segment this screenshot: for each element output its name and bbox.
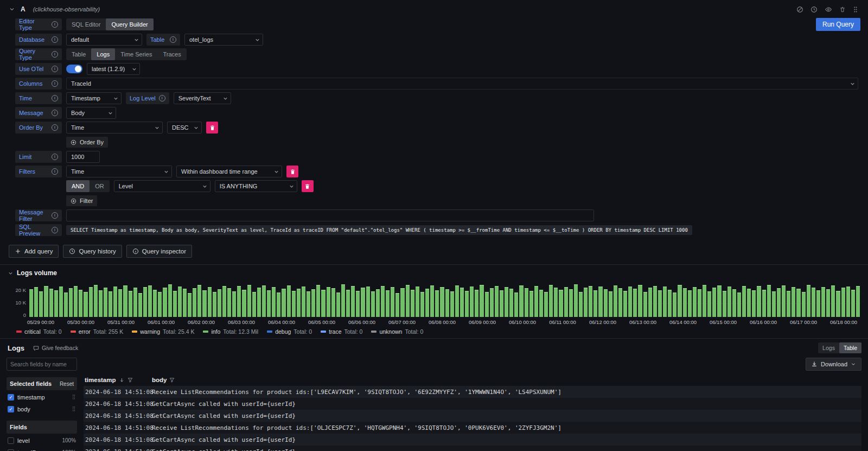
table-select[interactable]: otel_logs [184,34,263,46]
info-icon[interactable]: i [159,95,165,101]
selected-field-timestamp[interactable]: ✓timestamp [7,392,77,402]
query-history-button[interactable]: Query history [63,245,122,258]
database-select[interactable]: default [66,34,142,46]
filter-icon[interactable] [169,377,175,383]
info-icon[interactable]: i [170,36,176,43]
hide-response-icon[interactable] [825,6,832,13]
use-otel-toggle[interactable] [66,65,82,73]
drag-handle-icon[interactable] [72,394,76,400]
volume-bar [772,291,776,317]
sort-desc-icon[interactable] [119,377,125,383]
volume-bar [752,290,756,317]
info-icon[interactable]: i [52,168,58,175]
disable-query-icon[interactable] [796,6,803,13]
query-inspector-button[interactable]: Query inspector [126,245,192,258]
query-type-tabs-option-time-series[interactable]: Time Series [115,48,157,60]
available-field-level[interactable]: level100% [7,435,77,446]
available-field-traceID[interactable]: traceID100% [7,447,77,451]
legend-item-debug[interactable]: debugTotal: 0 [267,328,312,335]
download-button[interactable]: Download [806,358,861,371]
legend-item-info[interactable]: infoTotal: 12.3 Mil [203,328,258,335]
query-history-icon[interactable] [810,6,818,13]
volume-bar [336,293,340,317]
remove-filter-button[interactable] [286,166,298,177]
y-axis: 20 K 10 K 0 [8,282,26,317]
body-column-header[interactable]: body [152,377,861,383]
run-query-button[interactable]: Run Query [816,18,860,31]
volume-bar [663,287,667,317]
drag-handle-icon[interactable] [72,406,76,412]
info-icon[interactable]: i [52,110,58,116]
info-icon[interactable]: i [52,227,58,233]
selected-field-body[interactable]: ✓body [7,404,77,414]
search-fields-input[interactable] [7,358,77,371]
legend-item-unknown[interactable]: unknownTotal: 0 [371,328,423,335]
volume-bar [232,291,236,317]
add-filter-button[interactable]: Filter [66,195,97,206]
editor-type-toggle-option-query-builder[interactable]: Query Builder [106,18,153,30]
query-type-tabs-option-logs[interactable]: Logs [91,48,115,60]
volume-bar [435,290,439,317]
editor-type-toggle-option-sql-editor[interactable]: SQL Editor [66,18,106,30]
volume-bar [668,290,672,317]
filter-field-select[interactable]: Time [66,166,172,177]
logs-table-view-toggle-option-logs[interactable]: Logs [818,342,839,353]
filter-conjunction-toggle-option-or[interactable]: OR [90,180,110,192]
collapse-query-chevron-icon[interactable] [9,6,15,12]
info-icon[interactable]: i [52,212,58,219]
columns-multiselect[interactable]: TraceId [66,78,858,90]
filter-operator-select[interactable]: Within dashboard time range [176,166,282,177]
add-order-by-button[interactable]: Order By [66,137,108,148]
timestamp-column-header[interactable]: timestamp [84,377,152,383]
otel-version-select[interactable]: latest (1.2.9) [87,63,140,75]
checkbox-unchecked[interactable] [8,437,14,444]
legend-item-warning[interactable]: warningTotal: 25.4 K [132,328,194,335]
info-icon[interactable]: i [52,124,58,131]
info-icon[interactable]: i [52,36,58,43]
message-column-select[interactable]: Body [66,107,116,119]
info-icon[interactable]: i [52,95,58,101]
legend-item-critical[interactable]: criticalTotal: 0 [16,328,62,335]
order-by-direction-select[interactable]: DESC [167,122,202,134]
checkbox-checked[interactable]: ✓ [8,406,14,412]
filter-conjunction-toggle-option-and[interactable]: AND [66,180,90,192]
info-icon[interactable]: i [52,154,58,160]
logs-table-view-toggle-option-table[interactable]: Table [839,342,861,353]
chevron-down-icon [254,37,260,43]
query-type-tabs-option-table[interactable]: Table [66,48,91,60]
query-type-tabs-option-traces[interactable]: Traces [157,48,186,60]
log-level-column-select[interactable]: SeverityText [174,92,231,104]
limit-input[interactable] [66,151,100,163]
volume-bar [118,289,122,317]
legend-item-trace[interactable]: traceTotal: 0 [321,328,362,335]
time-column-select[interactable]: Timestamp [66,92,122,104]
editor-type-label: Editor Typei [15,18,62,30]
table-row: 2024-06-18 14:51:08GetCartAsync called w… [84,410,861,422]
filter2-field-select[interactable]: Level [114,180,210,192]
legend-swatch [16,331,22,333]
logs-table-view-toggle: LogsTable [818,342,861,353]
filter2-operator-select[interactable]: IS ANYTHING [215,180,297,192]
table-row: 2024-06-18 14:51:08GetCartAsync called w… [84,398,861,410]
give-feedback-link[interactable]: Give feedback [33,345,78,351]
add-query-button[interactable]: Add query [9,245,59,258]
volume-bar [505,287,508,317]
collapse-volume-chevron-icon[interactable] [8,270,14,276]
order-by-field-select[interactable]: Time [66,122,163,134]
info-icon[interactable]: i [52,21,58,28]
remove-order-by-button[interactable] [206,122,218,134]
message-filter-input[interactable] [66,209,594,221]
remove-query-icon[interactable] [839,6,846,13]
drag-handle-icon[interactable] [853,6,858,13]
timestamp-cell: 2024-06-18 14:51:08 [84,412,152,420]
info-icon[interactable]: i [52,80,58,87]
checkbox-unchecked[interactable] [8,449,14,451]
legend-item-error[interactable]: errorTotal: 255 K [71,328,124,335]
info-icon[interactable]: i [52,66,58,72]
reset-fields-button[interactable]: Reset [60,381,74,387]
checkbox-checked[interactable]: ✓ [8,394,14,401]
remove-filter2-button[interactable] [302,180,314,192]
info-icon[interactable]: i [52,51,58,58]
chart-plot-area[interactable] [29,282,860,317]
filter-icon[interactable] [127,377,133,383]
